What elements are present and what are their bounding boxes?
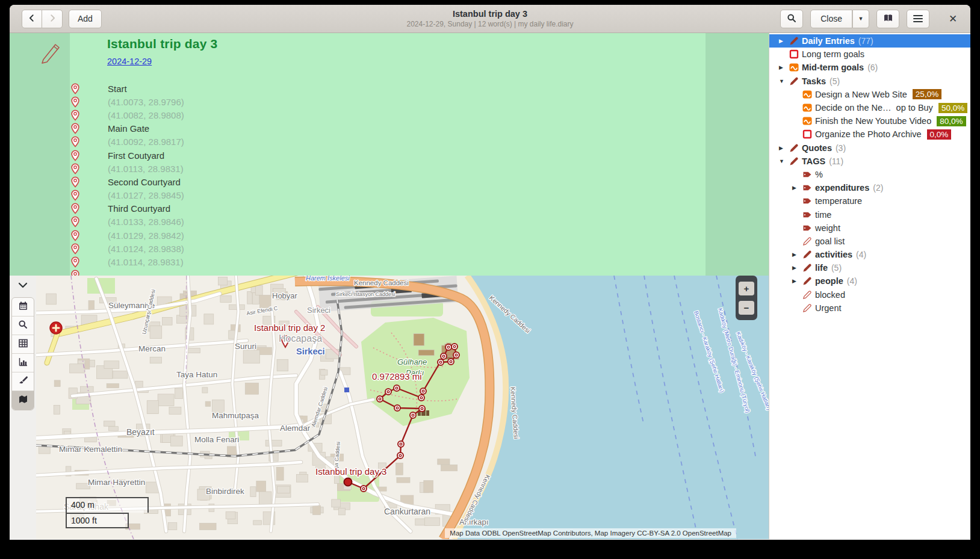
- tree-item-label: %: [815, 170, 823, 179]
- table-icon: [18, 338, 28, 351]
- tree-item-count: (5): [830, 76, 840, 86]
- map-side-toolbar: [10, 276, 36, 539]
- entry-date-link[interactable]: 2024-12-29: [107, 57, 152, 66]
- app-window: Add Istanbul trip day 3 2024-12-29, Sund…: [10, 5, 970, 540]
- tree-item-quotes[interactable]: ▶Quotes(3): [769, 141, 970, 155]
- tree-item-decide-on-the-ne-op-to-buy[interactable]: Decide on the Ne… op to Buy50,0%: [769, 101, 970, 114]
- menu-icon: [913, 13, 923, 24]
- expander-closed-icon[interactable]: ▶: [779, 38, 789, 44]
- tree-item-label: goal list: [815, 236, 845, 246]
- tree-item-count: (11): [829, 156, 843, 166]
- progress-icon: [802, 103, 815, 113]
- menu-button[interactable]: [907, 10, 929, 28]
- location-pin-icon: [70, 110, 80, 121]
- tree-item-label: time: [815, 210, 831, 220]
- map-label: Alemdar: [280, 424, 311, 433]
- tree-item-mid-term-goals[interactable]: ▶Mid-term goals(6): [769, 61, 970, 74]
- zoom-in-button[interactable]: +: [739, 282, 754, 295]
- tree-item-[interactable]: %: [769, 168, 970, 181]
- progress-icon: [802, 90, 815, 99]
- calendar-tool-button[interactable]: [12, 298, 34, 317]
- map-label: Hobyar: [272, 291, 298, 300]
- window-close-button[interactable]: ✕: [944, 10, 962, 28]
- tree-item-finish-the-new-youtube-video[interactable]: Finish the New Youtube Video80,0%: [769, 114, 970, 128]
- map-icon: [18, 394, 28, 407]
- zoom-out-button[interactable]: −: [739, 301, 754, 315]
- expander-closed-icon[interactable]: ▶: [792, 265, 802, 271]
- location-row: (41.0114, 28.9831): [70, 255, 706, 268]
- location-text: (41.0073, 28.9796): [108, 97, 184, 107]
- tree-item-count: (6): [867, 63, 878, 72]
- tree-item-organize-the-photo-archive[interactable]: Organize the Photo Archive0,0%: [769, 128, 970, 141]
- progress-badge: 50,0%: [938, 103, 967, 113]
- map-label: Sirkeci İstasyon Caddesi: [336, 291, 395, 297]
- tree-item-tasks[interactable]: ▼Tasks(5): [769, 75, 970, 88]
- tree-item-weight[interactable]: weight: [769, 221, 970, 235]
- map-label: Mercan: [138, 344, 166, 353]
- tree-item-activities[interactable]: ▶activities(4): [769, 248, 970, 261]
- location-text: Start: [108, 84, 127, 94]
- tree-item-goal-list[interactable]: goal list: [769, 235, 970, 248]
- chart-tool-button[interactable]: [12, 354, 34, 372]
- search-tool-button[interactable]: [12, 317, 34, 335]
- map-label: Mimar Hayrettin: [88, 478, 145, 487]
- expander-open-icon[interactable]: ▼: [779, 78, 789, 84]
- header-bar: Add Istanbul trip day 3 2024-12-29, Sund…: [10, 5, 970, 33]
- progress-badge: 0,0%: [927, 129, 952, 140]
- tree-item-urgent[interactable]: Urgent: [769, 301, 970, 315]
- pencil-icon: [40, 39, 63, 67]
- tree-item-label: Organize the Photo Archive: [815, 129, 922, 139]
- location-text: (41.0127, 28.9845): [108, 190, 184, 200]
- tree-item-count: (77): [858, 36, 873, 46]
- location-pin-icon: [70, 123, 80, 134]
- tree-item-design-a-new-web-site[interactable]: Design a New Web Site25,0%: [769, 88, 970, 101]
- location-pin-icon: [70, 136, 80, 147]
- entry-content: Istanbul trip day 3 2024-12-29 Start(41.…: [70, 33, 706, 276]
- progress-badge: 25,0%: [913, 89, 941, 99]
- bookmarks-icon: [883, 13, 893, 25]
- tree-item-time[interactable]: time: [769, 208, 970, 221]
- search-button[interactable]: [780, 10, 803, 28]
- expander-closed-icon[interactable]: ▶: [792, 252, 802, 258]
- tree-item-expenditures[interactable]: ▶expenditures(2): [769, 181, 970, 194]
- location-row: (41.0082, 28.9808): [70, 108, 706, 122]
- tree-item-count: (4): [847, 276, 857, 286]
- tree-item-people[interactable]: ▶people(4): [769, 274, 970, 288]
- tree-item-temperature[interactable]: temperature: [769, 194, 970, 208]
- location-row: Second Courtyard: [70, 175, 706, 188]
- tree-item-long-term-goals[interactable]: Long term goals: [769, 48, 970, 61]
- paint-tool-button[interactable]: [12, 372, 34, 391]
- close-entry-button[interactable]: Close: [810, 10, 852, 28]
- window-subtitle: 2024-12-29, Sunday | 12 word(s) | my dai…: [309, 20, 671, 28]
- close-menu-arrow-button[interactable]: ▼: [852, 10, 869, 28]
- forward-button[interactable]: [42, 10, 63, 28]
- tag-icon: [802, 196, 815, 206]
- table-tool-button[interactable]: [12, 335, 34, 354]
- tree-item-life[interactable]: ▶life(5): [769, 261, 970, 274]
- location-row: (41.0127, 28.9845): [70, 189, 706, 202]
- tag-icon: [802, 223, 815, 233]
- add-button[interactable]: Add: [69, 10, 102, 28]
- map-label: Mimar Kemalettin: [59, 445, 122, 454]
- expander-closed-icon[interactable]: ▶: [779, 145, 789, 151]
- map-tool-button[interactable]: [12, 391, 34, 410]
- tree-item-daily-entries[interactable]: ▶Daily Entries(77): [769, 34, 970, 48]
- tree-item-label: Decide on the Ne… op to Buy: [815, 103, 933, 113]
- editor-gutter-right: [706, 33, 769, 276]
- map-view[interactable]: HobyarSüleymaniyeSirkeciSirkeci İstasyon…: [36, 276, 769, 539]
- bookmarks-button[interactable]: [876, 10, 899, 28]
- expander-closed-icon[interactable]: ▶: [779, 64, 789, 70]
- map-label: Mahmutpaşa: [212, 411, 259, 420]
- checkbox-icon: [802, 129, 815, 139]
- expander-open-icon[interactable]: ▼: [779, 158, 789, 164]
- tree-item-tags[interactable]: ▼TAGS(11): [769, 155, 970, 168]
- location-pin-icon: [70, 216, 80, 227]
- expander-closed-icon[interactable]: ▶: [792, 185, 802, 191]
- back-button[interactable]: [22, 10, 42, 28]
- tree-item-blocked[interactable]: blocked: [769, 288, 970, 301]
- collapse-pane-button[interactable]: [13, 279, 33, 293]
- map-label: Sururi: [235, 342, 256, 351]
- location-text: Third Courtyard: [108, 203, 170, 214]
- expander-closed-icon[interactable]: ▶: [792, 278, 802, 284]
- entry-editor[interactable]: Istanbul trip day 3 2024-12-29 Start(41.…: [10, 33, 769, 276]
